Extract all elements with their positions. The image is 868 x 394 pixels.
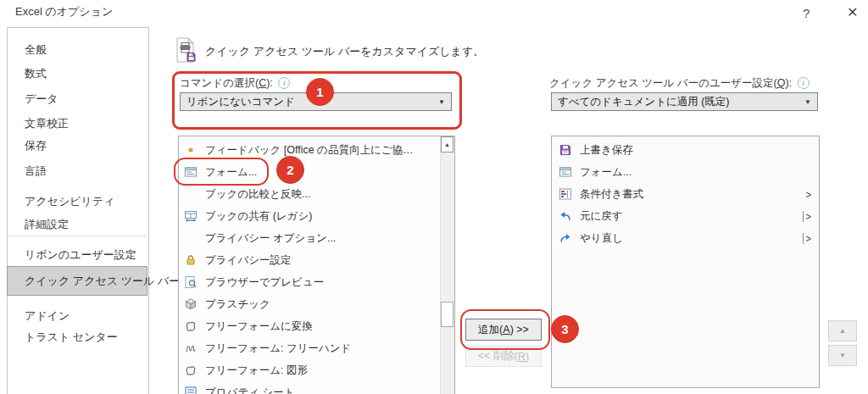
list-item[interactable]: フォーム... [179,161,454,183]
flyout-indicator[interactable]: > [803,233,819,244]
list-item[interactable]: フォーム... [552,161,819,183]
qat-scope-dropdown[interactable]: すべてのドキュメントに適用 (既定) ▼ [551,92,818,111]
commands-list-scrollbar[interactable]: ▲ [440,136,454,394]
move-down-button: ▼ [828,345,857,366]
dropdown-arrow-icon: ▼ [438,98,451,106]
scribble-icon [184,341,198,355]
sidebar-item-addins[interactable]: アドイン [25,308,70,324]
remove-button: << 削除(R) [465,346,542,367]
customize-qat-icon [175,37,197,63]
list-item[interactable]: 条件付き書式 > [552,183,819,205]
move-up-arrow-icon: ▲ [839,327,846,335]
list-item[interactable]: ブラウザーでプレビュー [179,271,454,293]
form-icon [184,165,198,179]
sidebar-item-language[interactable]: 言語 [25,164,47,179]
chevron-right-icon: > [806,210,811,222]
freeform-icon [184,319,198,333]
list-item[interactable]: フリーフォーム: 図形 [179,359,454,381]
sidebar-item-general[interactable]: 全般 [25,42,47,58]
sidebar-item-formulas[interactable]: 数式 [25,66,47,81]
page-description: クイック アクセス ツール バーをカスタマイズします。 [205,44,484,59]
freeform-shape-icon [184,363,198,377]
feedback-dot-icon [184,143,198,157]
lock-icon [184,253,198,267]
qat-list: 上書き保存 フォーム... 条件付き書式 > 元に戻す > やり直し > [551,136,820,388]
list-item[interactable]: プラスチック [179,293,454,315]
list-item[interactable]: フィードバック [Office の品質向上にご協… [179,139,454,161]
flyout-bar [803,233,804,244]
flyout-indicator[interactable]: > [803,211,819,222]
annotation-step-1: 1 [306,78,334,106]
list-item[interactable]: プライバシー オプション... [179,227,454,249]
info-icon[interactable]: i [798,77,810,89]
sidebar-item-proofing[interactable]: 文章校正 [25,116,69,131]
list-item[interactable]: プライバシー設定 [179,249,454,271]
move-down-arrow-icon: ▼ [839,352,846,359]
no-icon [184,231,198,245]
list-item[interactable]: やり直し > [552,227,819,249]
annotation-step-2: 2 [276,156,304,184]
no-icon [184,187,198,201]
redo-icon [559,231,572,245]
sidebar-item-save[interactable]: 保存 [25,138,47,153]
list-item[interactable]: 上書き保存 [552,139,819,161]
undo-icon [559,209,572,223]
list-item[interactable]: フリーフォームに変換 [179,315,454,337]
sidebar-item-accessibility[interactable]: アクセシビリティ [25,194,114,209]
flyout-indicator[interactable]: > [806,189,819,199]
dialog-title: Excel のオプション [15,4,113,19]
scrollbar-thumb[interactable] [441,302,453,327]
info-icon[interactable]: i [278,77,290,89]
sidebar-selected-label: クイック アクセス ツール バー [25,274,180,289]
sidebar-divider [8,236,147,236]
qat-scope-selected-value: すべてのドキュメントに適用 (既定) [552,95,804,109]
chevron-right-icon: > [806,188,811,200]
list-item[interactable]: ブックの共有 (レガシ) [179,205,454,227]
browser-preview-icon [184,275,198,289]
qat-settings-label: クイック アクセス ツール バーのユーザー設定(Q): i [549,76,810,91]
add-button[interactable]: 追加(A) >> [465,319,542,341]
save-icon [559,143,572,157]
list-item[interactable]: プロパティ シート [179,381,454,394]
choose-commands-label: コマンドの選択(C): i [180,76,290,91]
sidebar: 全般 数式 データ 文章校正 保存 言語 アクセシビリティ 詳細設定 リボンのユ… [7,27,149,394]
commands-list: フィードバック [Office の品質向上にご協… フォーム... ブックの比較… [178,136,455,394]
sidebar-item-advanced[interactable]: 詳細設定 [25,217,69,232]
sidebar-item-quick-access-toolbar[interactable]: クイック アクセス ツール バー [7,266,147,296]
cube-icon [184,297,198,311]
sidebar-item-trust-center[interactable]: トラスト センター [25,330,118,345]
list-item[interactable]: 元に戻す > [552,205,819,227]
list-item[interactable]: ブックの比較と反映... [179,183,454,205]
sidebar-item-data[interactable]: データ [25,92,58,107]
conditional-formatting-icon [559,187,572,201]
scroll-up-button[interactable]: ▲ [441,136,453,153]
share-workbook-icon [184,209,198,223]
properties-icon [184,386,198,394]
form-icon [559,165,572,179]
flyout-bar [803,211,804,222]
sidebar-item-customize-ribbon[interactable]: リボンのユーザー設定 [25,247,136,263]
close-icon[interactable]: ✕ [847,4,858,20]
annotation-step-3: 3 [551,315,579,343]
scroll-up-arrow-icon: ▲ [444,142,450,147]
dropdown-arrow-icon: ▼ [804,98,817,106]
move-up-button: ▲ [828,320,857,341]
help-icon[interactable]: ? [803,6,810,20]
list-item[interactable]: フリーフォーム: フリーハンド [179,337,454,359]
chevron-right-icon: > [806,232,811,244]
